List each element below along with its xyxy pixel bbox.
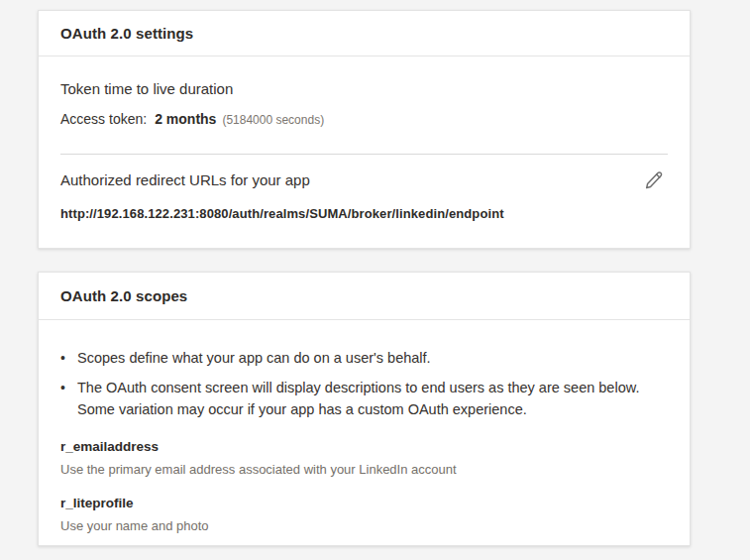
access-token-row: Access token: 2 months (5184000 seconds) — [60, 111, 668, 127]
oauth-settings-title: OAuth 2.0 settings — [60, 25, 193, 42]
scope-entry-r-liteprofile: r_liteprofile Use your name and photo — [60, 496, 668, 533]
redirect-urls-heading: Authorized redirect URLs for your app — [60, 171, 310, 188]
scope-description: Use the primary email address associated… — [60, 462, 668, 477]
access-token-value: 2 months — [155, 111, 216, 127]
bullet-icon: • — [60, 377, 77, 420]
scope-entry-r-emailaddress: r_emailaddress Use the primary email add… — [60, 439, 668, 477]
scopes-info-text: The OAuth consent screen will display de… — [77, 377, 654, 420]
scopes-info-list: • Scopes define what your app can do on … — [60, 347, 668, 420]
oauth-scopes-body: • Scopes define what your app can do on … — [39, 320, 690, 533]
oauth-scopes-card: OAuth 2.0 scopes • Scopes define what yo… — [38, 272, 691, 546]
access-token-label: Access token: — [60, 111, 147, 127]
oauth-scopes-header: OAuth 2.0 scopes — [39, 273, 690, 320]
list-item: • The OAuth consent screen will display … — [60, 377, 668, 420]
list-item: • Scopes define what your app can do on … — [60, 347, 668, 369]
oauth-settings-body: Token time to live duration Access token… — [39, 56, 690, 221]
settings-divider — [60, 154, 668, 155]
oauth-settings-header: OAuth 2.0 settings — [39, 11, 690, 56]
oauth-scopes-title: OAuth 2.0 scopes — [60, 287, 187, 304]
pencil-icon — [643, 179, 664, 194]
bullet-icon: • — [60, 347, 77, 369]
edit-redirect-urls-button[interactable] — [643, 168, 664, 191]
redirect-urls-row: Authorized redirect URLs for your app — [60, 171, 668, 191]
oauth-settings-card: OAuth 2.0 settings Token time to live du… — [38, 10, 691, 249]
token-ttl-heading: Token time to live duration — [60, 80, 668, 97]
scopes-info-text: Scopes define what your app can do on a … — [77, 347, 431, 369]
scope-description: Use your name and photo — [60, 518, 668, 533]
scope-name: r_emailaddress — [60, 439, 668, 454]
scope-name: r_liteprofile — [60, 496, 668, 510]
redirect-url-value: http://192.168.122.231:8080/auth/realms/… — [60, 206, 668, 221]
access-token-seconds: (5184000 seconds) — [222, 113, 324, 127]
